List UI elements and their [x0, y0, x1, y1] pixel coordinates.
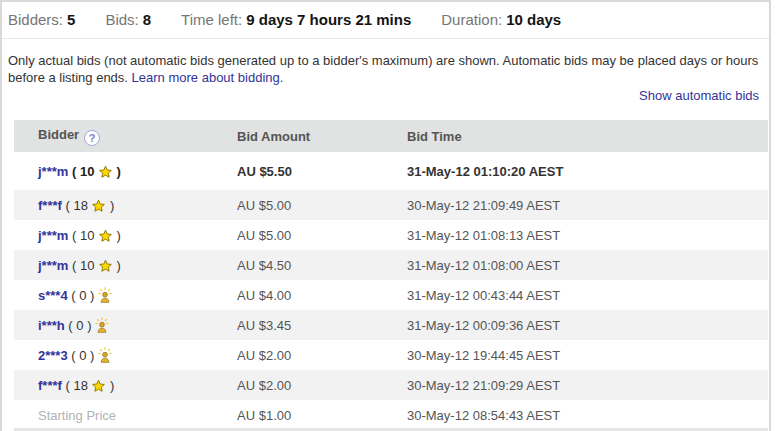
bid-time: 31-May-12 01:08:00 AEST	[407, 258, 768, 273]
bids-label: Bids:	[105, 11, 138, 28]
bid-time: 30-May-12 19:44:45 AEST	[407, 348, 768, 363]
page-frame: Bidders:5 Bids:8 Time left:9 days 7 hour…	[0, 0, 771, 431]
bidder-cell: f***f ( 18 )	[14, 198, 237, 213]
bids-explanation-note: Only actual bids (not automatic bids gen…	[2, 39, 775, 86]
star-icon	[91, 199, 106, 213]
bid-amount: AU $4.50	[237, 258, 407, 273]
table-row: j***m ( 10 ) AU $5.50 31-May-12 01:10:20…	[14, 152, 768, 190]
bid-time: 31-May-12 00:43:44 AEST	[407, 288, 768, 303]
bid-amount: AU $5.00	[237, 198, 407, 213]
bidder-name[interactable]: f***f	[38, 198, 62, 213]
bid-time: 31-May-12 00:09:36 AEST	[407, 318, 768, 333]
bidder-cell: i***h ( 0 )	[14, 317, 237, 333]
bidder-name[interactable]: j***m	[38, 258, 68, 273]
bid-time: 31-May-12 01:08:13 AEST	[407, 228, 768, 243]
bids-count: Bids:8	[105, 11, 151, 28]
star-icon	[98, 259, 113, 273]
table-header-row: Bidder? Bid Amount Bid Time	[14, 120, 768, 152]
bid-history-table: Bidder? Bid Amount Bid Time j***m ( 10 )…	[14, 120, 768, 430]
bidder-header-label: Bidder	[38, 127, 79, 142]
bidder-name[interactable]: j***m	[38, 228, 68, 243]
table-row: Starting Price AU $1.00 30-May-12 08:54:…	[14, 400, 768, 430]
bidder-feedback: ( 10 )	[68, 258, 121, 273]
show-automatic-bids-wrap: Show automatic bids	[2, 86, 769, 103]
table-row: f***f ( 18 ) AU $5.00 30-May-12 21:09:49…	[14, 190, 768, 220]
time-left-value: 9 days 7 hours 21 mins	[246, 11, 411, 28]
bid-amount: AU $5.50	[237, 164, 407, 179]
bidder-name[interactable]: s***4	[38, 288, 68, 303]
time-left-label: Time left:	[181, 11, 242, 28]
bid-history-page: Bidders:5 Bids:8 Time left:9 days 7 hour…	[0, 0, 779, 431]
bidder-feedback: ( 18 )	[62, 378, 115, 393]
bid-time: 30-May-12 21:09:49 AEST	[407, 198, 768, 213]
table-row: i***h ( 0 ) AU $3.45 31-May-12 00:09:36 …	[14, 310, 768, 340]
duration-label: Duration:	[441, 11, 502, 28]
time-left: Time left:9 days 7 hours 21 mins	[181, 11, 411, 28]
bidders-count: Bidders:5	[8, 11, 75, 28]
new-user-icon	[98, 347, 112, 363]
bidder-name[interactable]: 2***3	[38, 348, 68, 363]
bidder-feedback: ( 10 )	[68, 164, 121, 179]
bids-value: 8	[143, 11, 151, 28]
learn-more-link[interactable]: Learn more about bidding.	[132, 70, 284, 85]
bidder-column-header: Bidder?	[14, 127, 237, 146]
bid-amount-column-header: Bid Amount	[237, 129, 407, 144]
duration-value: 10 days	[506, 11, 561, 28]
help-icon[interactable]: ?	[84, 130, 100, 146]
bid-time: 30-May-12 08:54:43 AEST	[407, 408, 768, 423]
bid-time-column-header: Bid Time	[407, 129, 768, 144]
new-user-icon	[98, 287, 112, 303]
note-text: Only actual bids (not automatic bids gen…	[8, 53, 758, 85]
star-icon	[98, 165, 113, 179]
bidder-feedback: ( 10 )	[68, 228, 121, 243]
bidder-feedback: ( 0 )	[65, 318, 109, 333]
bidder-cell: s***4 ( 0 )	[14, 287, 237, 303]
auction-summary-bar: Bidders:5 Bids:8 Time left:9 days 7 hour…	[2, 2, 769, 39]
bid-table-body: j***m ( 10 ) AU $5.50 31-May-12 01:10:20…	[14, 152, 768, 430]
star-icon	[91, 379, 106, 393]
bidder-cell: j***m ( 10 )	[14, 258, 237, 273]
bidder-feedback: ( 18 )	[62, 198, 115, 213]
table-row: 2***3 ( 0 ) AU $2.00 30-May-12 19:44:45 …	[14, 340, 768, 370]
bidder-name[interactable]: j***m	[38, 164, 68, 179]
bid-amount: AU $5.00	[237, 228, 407, 243]
bidder-name[interactable]: i***h	[38, 318, 65, 333]
bid-time: 31-May-12 01:10:20 AEST	[407, 164, 768, 179]
bidder-cell: f***f ( 18 )	[14, 378, 237, 393]
new-user-icon	[95, 317, 109, 333]
duration: Duration:10 days	[441, 11, 561, 28]
bidder-name[interactable]: f***f	[38, 378, 62, 393]
star-icon	[98, 229, 113, 243]
bid-amount: AU $4.00	[237, 288, 407, 303]
bidder-cell: j***m ( 10 )	[14, 164, 237, 179]
table-row: f***f ( 18 ) AU $2.00 30-May-12 21:09:29…	[14, 370, 768, 400]
bidders-label: Bidders:	[8, 11, 63, 28]
bidder-cell: Starting Price	[14, 408, 237, 423]
show-automatic-bids-link[interactable]: Show automatic bids	[639, 88, 759, 103]
bid-time: 30-May-12 21:09:29 AEST	[407, 378, 768, 393]
bid-amount: AU $2.00	[237, 378, 407, 393]
table-row: j***m ( 10 ) AU $5.00 31-May-12 01:08:13…	[14, 220, 768, 250]
table-row: s***4 ( 0 ) AU $4.00 31-May-12 00:43:44 …	[14, 280, 768, 310]
bidder-name: Starting Price	[38, 408, 116, 423]
table-row: j***m ( 10 ) AU $4.50 31-May-12 01:08:00…	[14, 250, 768, 280]
bid-amount: AU $2.00	[237, 348, 407, 363]
bidder-cell: 2***3 ( 0 )	[14, 347, 237, 363]
bidder-feedback: ( 0 )	[68, 348, 112, 363]
bidder-cell: j***m ( 10 )	[14, 228, 237, 243]
bid-amount: AU $3.45	[237, 318, 407, 333]
bidder-feedback: ( 0 )	[68, 288, 112, 303]
bid-amount: AU $1.00	[237, 408, 407, 423]
bidders-value: 5	[67, 11, 75, 28]
